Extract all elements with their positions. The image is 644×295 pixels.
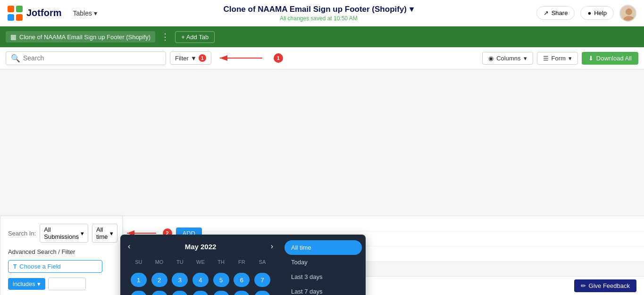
columns-icon: ◉ bbox=[488, 55, 493, 62]
download-all-button[interactable]: ⬇ Download All bbox=[582, 52, 638, 65]
add-tab-button[interactable]: + Add Tab bbox=[175, 31, 215, 43]
toolbar: ▦ Clone of NAAMA Email Sign up Footer (S… bbox=[0, 26, 644, 47]
filter-badge: 1 bbox=[199, 54, 206, 62]
search-in-label: Search In: bbox=[8, 230, 36, 237]
filter-panel: Search In: All Submissions ▾ All time ▾ … bbox=[0, 216, 123, 295]
time-option[interactable]: All time bbox=[284, 240, 362, 255]
time-option[interactable]: Last 7 days bbox=[284, 284, 362, 295]
calendar-day[interactable]: 10 bbox=[172, 291, 188, 295]
form-icon: ☰ bbox=[543, 55, 549, 62]
time-chevron-icon: ▾ bbox=[110, 230, 113, 237]
calendar-day[interactable]: 1 bbox=[131, 273, 147, 287]
calendar-day[interactable]: 3 bbox=[172, 273, 188, 287]
help-button[interactable]: ● Help bbox=[580, 6, 614, 20]
svg-rect-3 bbox=[16, 14, 23, 21]
weekday-header-cell: SA bbox=[252, 257, 272, 267]
download-icon: ⬇ bbox=[588, 55, 594, 62]
calendar-day-cell bbox=[232, 268, 252, 270]
nav-right: ↗ Share ● Help bbox=[536, 5, 636, 22]
share-button[interactable]: ↗ Share bbox=[536, 6, 575, 20]
includes-chevron-icon: ▾ bbox=[37, 280, 41, 287]
calendar-day[interactable]: 12 bbox=[213, 291, 229, 295]
columns-button[interactable]: ◉ Columns ▾ bbox=[482, 52, 533, 65]
svg-point-4 bbox=[626, 8, 632, 15]
calendar-day[interactable]: 7 bbox=[254, 273, 270, 287]
annotation-badge-1: 1 bbox=[274, 53, 283, 63]
calendar-day[interactable]: 6 bbox=[234, 273, 250, 287]
calendar-day-cell[interactable]: 13 bbox=[232, 289, 252, 295]
calendar-day-cell bbox=[170, 268, 190, 270]
help-icon: ● bbox=[587, 9, 591, 17]
calendar-day[interactable]: 11 bbox=[192, 291, 209, 295]
nav-center: Clone of NAAMA Email Sign up Footer (Sho… bbox=[224, 4, 414, 22]
svg-point-5 bbox=[623, 16, 635, 22]
filter-value-input[interactable] bbox=[48, 278, 86, 290]
search-icon: 🔍 bbox=[11, 54, 20, 63]
calendar-section: ‹ May 2022 › SUMOTUWETHFRSA 123456789101… bbox=[120, 235, 281, 295]
give-feedback-button[interactable]: ✏ Give Feedback bbox=[574, 279, 636, 292]
includes-button[interactable]: includes ▾ bbox=[8, 278, 45, 290]
filter-button[interactable]: Filter ▼ 1 bbox=[170, 51, 211, 65]
weekday-header-cell: WE bbox=[191, 257, 210, 267]
calendar-day-cell[interactable]: 1 bbox=[129, 271, 149, 288]
active-tab[interactable]: ▦ Clone of NAAMA Email Sign up Footer (S… bbox=[6, 31, 155, 42]
search-input-wrapper: 🔍 bbox=[6, 51, 166, 65]
time-option[interactable]: Today bbox=[284, 255, 362, 270]
calendar-day[interactable]: 5 bbox=[213, 273, 229, 287]
calendar-day[interactable]: 2 bbox=[151, 273, 167, 287]
calendar-day-cell[interactable]: 3 bbox=[170, 271, 190, 288]
logo-text: Jotform bbox=[26, 8, 61, 18]
calendar-day[interactable]: 8 bbox=[131, 291, 147, 295]
choose-field-button[interactable]: T Choose a Field bbox=[8, 260, 102, 273]
dropdown-chevron-icon: ▾ bbox=[81, 230, 84, 237]
search-in-row: Search In: All Submissions ▾ All time ▾ … bbox=[8, 224, 115, 243]
calendar-day[interactable]: 9 bbox=[151, 291, 167, 295]
weekday-header-cell: TU bbox=[170, 257, 190, 267]
calendar-day[interactable]: 13 bbox=[234, 291, 250, 295]
form-chevron-icon: ▾ bbox=[569, 55, 572, 62]
avatar[interactable] bbox=[619, 5, 636, 22]
calendar-day-cell[interactable]: 6 bbox=[232, 271, 252, 288]
calendar-day-cell[interactable]: 4 bbox=[191, 271, 210, 288]
doc-title[interactable]: Clone of NAAMA Email Sign up Footer (Sho… bbox=[224, 4, 414, 14]
title-chevron-icon: ▾ bbox=[410, 4, 414, 14]
search-bar: 🔍 Filter ▼ 1 1 ◉ Columns ▾ ☰ Form ▾ ⬇ Do… bbox=[0, 47, 644, 69]
weekday-header-cell: SU bbox=[129, 257, 149, 267]
calendar-day-cell[interactable]: 8 bbox=[129, 289, 149, 295]
weekday-header-cell: TH bbox=[211, 257, 231, 267]
calendar-day-cell[interactable]: 10 bbox=[170, 289, 190, 295]
calendar-day-cell[interactable]: 2 bbox=[150, 271, 169, 288]
calendar-day-cell[interactable]: 12 bbox=[211, 289, 231, 295]
calendar-day-cell[interactable]: 7 bbox=[252, 271, 272, 288]
nav-left: Jotform Tables ▾ bbox=[8, 6, 101, 21]
calendar-day[interactable]: 4 bbox=[192, 273, 209, 287]
advanced-search-label: Advanced Search / Filter bbox=[8, 248, 115, 255]
weekday-header-cell: FR bbox=[232, 257, 252, 267]
calendar-day-cell[interactable]: 11 bbox=[191, 289, 210, 295]
grid-icon: ▦ bbox=[10, 33, 17, 41]
calendar-day-cell[interactable]: 14 bbox=[252, 289, 272, 295]
time-range-sidebar: All timeTodayLast 3 daysLast 7 daysLast … bbox=[281, 235, 366, 295]
calendar-day[interactable]: 14 bbox=[254, 291, 270, 295]
tables-menu[interactable]: Tables ▾ bbox=[69, 8, 100, 19]
calendar-grid: SUMOTUWETHFRSA 1234567891011121314151617… bbox=[128, 256, 273, 295]
top-nav: Jotform Tables ▾ Clone of NAAMA Email Si… bbox=[0, 0, 644, 26]
calendar-day-cell[interactable]: 9 bbox=[150, 289, 169, 295]
text-icon: T bbox=[13, 263, 17, 270]
form-button[interactable]: ☰ Form ▾ bbox=[537, 52, 578, 65]
all-submissions-dropdown[interactable]: All Submissions ▾ bbox=[40, 224, 88, 243]
tab-options-button[interactable]: ⋮ bbox=[159, 32, 171, 42]
search-input[interactable] bbox=[23, 54, 161, 62]
calendar-prev-button[interactable]: ‹ bbox=[128, 242, 130, 251]
feedback-icon: ✏ bbox=[581, 282, 586, 289]
columns-chevron-icon: ▾ bbox=[524, 55, 527, 62]
calendar-wrapper: ‹ May 2022 › SUMOTUWETHFRSA 123456789101… bbox=[120, 235, 366, 295]
includes-row: includes ▾ bbox=[8, 278, 115, 290]
time-dropdown[interactable]: All time ▾ bbox=[92, 224, 117, 243]
filter-icon: ▼ bbox=[191, 55, 197, 62]
saved-status: All changes saved at 10:50 AM bbox=[224, 15, 414, 22]
time-option[interactable]: Last 3 days bbox=[284, 270, 362, 284]
calendar-next-button[interactable]: › bbox=[271, 242, 273, 251]
calendar-day-cell[interactable]: 5 bbox=[211, 271, 231, 288]
calendar-day-cell bbox=[129, 268, 149, 270]
